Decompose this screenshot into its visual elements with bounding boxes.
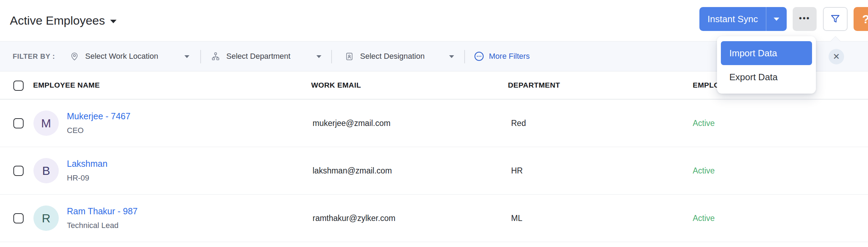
org-chart-icon [211,52,220,61]
close-filter-bar-button[interactable]: ✕ [829,49,844,64]
employee-name-cell: Ram Thakur - 987 Technical Lead [67,195,138,242]
chevron-down-icon[interactable] [184,55,189,58]
employee-designation: CEO [67,126,131,135]
avatar: M [33,110,59,136]
work-email-cell: lakshman@zmail.com [313,147,392,194]
status-badge: Active [693,100,715,147]
employee-name-link[interactable]: Ram Thakur - 987 [67,206,138,216]
menu-item-export-data[interactable]: Export Data [721,66,812,88]
actions-dropdown-menu: Import Data Export Data [717,36,816,94]
status-badge: Active [693,195,715,242]
table-row: B Lakshman HR-09 lakshman@zmail.com HR A… [0,147,868,195]
row-checkbox[interactable] [13,118,24,128]
divider [464,50,465,63]
more-actions-button[interactable]: ••• [793,7,817,31]
view-selector[interactable]: Active Employees [10,0,117,41]
instant-sync-button[interactable]: Instant Sync [699,7,766,31]
active-employees-screen: Active Employees Instant Sync ••• ? FILT… [0,0,868,247]
top-bar: Active Employees Instant Sync ••• ? [0,0,868,41]
circled-ellipsis-icon [474,51,484,62]
row-checkbox[interactable] [13,166,24,176]
close-icon: ✕ [833,52,840,62]
funnel-icon [830,13,841,25]
more-filters-label: More Filters [489,52,530,61]
work-location-filter[interactable]: Select Work Location [70,42,158,71]
divider [331,50,332,63]
ellipsis-icon: ••• [799,14,810,23]
more-filters-button[interactable]: More Filters [474,42,530,71]
chevron-down-icon [110,20,117,23]
employee-designation: Technical Lead [67,221,138,230]
status-badge: Active [693,147,715,194]
select-all-checkbox[interactable] [13,81,24,91]
filter-toggle-button[interactable] [823,7,848,31]
department-filter[interactable]: Select Department [211,42,290,71]
chevron-down-icon [774,18,779,21]
column-header-employee-name: EMPLOYEE NAME [33,71,100,99]
department-filter-label: Select Department [226,52,290,61]
chevron-down-icon[interactable] [449,55,454,58]
filter-by-label: FILTER BY : [13,42,55,71]
work-email-cell: mukerjee@zmail.com [313,100,390,147]
row-checkbox[interactable] [13,213,24,223]
location-pin-icon [70,52,79,61]
instant-sync-dropdown-toggle[interactable] [766,7,787,31]
page-title: Active Employees [10,14,105,27]
employee-name-cell: Mukerjee - 7467 CEO [67,100,131,147]
employee-designation: HR-09 [67,173,107,183]
department-cell: ML [511,195,522,242]
help-button[interactable]: ? [854,7,868,31]
column-header-employee-status: EMPLO [693,71,720,99]
avatar: B [33,158,59,183]
employee-name-link[interactable]: Mukerjee - 7467 [67,111,131,121]
menu-item-import-data[interactable]: Import Data [721,41,812,65]
id-badge-icon [345,52,354,61]
table-row: M Mukerjee - 7467 CEO mukerjee@zmail.com… [0,100,868,147]
instant-sync-split-button[interactable]: Instant Sync [699,7,787,31]
employee-name-cell: Lakshman HR-09 [67,147,107,194]
table-row: R Ram Thakur - 987 Technical Lead ramtha… [0,195,868,242]
column-header-department: DEPARTMENT [508,71,560,99]
work-location-filter-label: Select Work Location [85,52,158,61]
question-mark-icon: ? [862,12,868,26]
employee-name-link[interactable]: Lakshman [67,159,107,169]
designation-filter-label: Select Designation [360,52,424,61]
chevron-down-icon[interactable] [316,55,321,58]
work-email-cell: ramthakur@zylker.com [313,195,396,242]
divider [200,50,201,63]
department-cell: Red [511,100,526,147]
designation-filter[interactable]: Select Designation [345,42,424,71]
column-header-work-email: WORK EMAIL [311,71,361,99]
avatar: R [33,205,59,231]
department-cell: HR [511,147,523,194]
